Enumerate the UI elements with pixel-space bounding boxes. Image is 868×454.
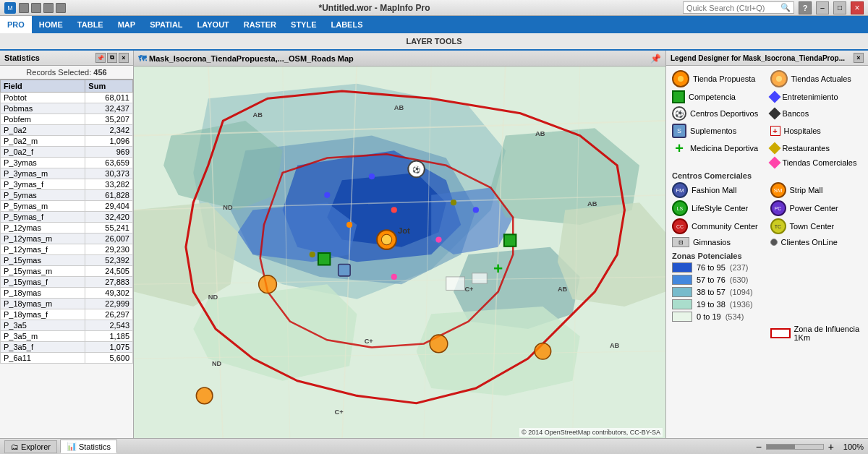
svg-text:AB: AB bbox=[610, 342, 620, 349]
menu-item-spatial[interactable]: SPATIAL bbox=[142, 16, 190, 33]
stats-pin-btn[interactable]: 📌 bbox=[95, 53, 106, 63]
legend-restaurantes: Restaurantes bbox=[770, 141, 863, 155]
field-cell: P_3ymas bbox=[1, 158, 85, 168]
zoom-level: 100% bbox=[838, 442, 864, 451]
field-cell: P_5ymas bbox=[1, 190, 85, 201]
col-field: Field bbox=[1, 80, 85, 93]
zona-swatch bbox=[672, 275, 692, 285]
stats-header: Statistics 📌 ⧉ × bbox=[0, 51, 133, 66]
zona-range: 38 to 57 bbox=[697, 288, 726, 296]
community-label: Community Center bbox=[692, 222, 758, 231]
svg-point-51 bbox=[451, 200, 456, 205]
svg-text:AB: AB bbox=[394, 104, 404, 111]
zona-count: (630) bbox=[730, 275, 749, 284]
field-cell: Pobtot bbox=[1, 93, 85, 103]
menu-item-style[interactable]: STYLE bbox=[284, 16, 323, 33]
zona-range: 76 to 95 bbox=[697, 263, 726, 272]
stats-close-btn[interactable]: × bbox=[119, 53, 129, 63]
menu-item-map[interactable]: MAP bbox=[111, 16, 142, 33]
menu-item-raster[interactable]: RASTER bbox=[237, 16, 284, 33]
power-center-label: Power Center bbox=[790, 204, 838, 213]
legend-zona-item: 57 to 76 (630) bbox=[672, 275, 862, 285]
menu-item-table[interactable]: TABLE bbox=[70, 16, 111, 33]
legend-title: Legend Designer for Mask_Isocrona_Tienda… bbox=[671, 54, 845, 62]
help-button[interactable]: ? bbox=[799, 1, 812, 14]
app-icon: M bbox=[4, 2, 16, 14]
explorer-tab[interactable]: 🗂 Explorer bbox=[4, 440, 57, 453]
tiendas-actuales-icon bbox=[770, 70, 788, 87]
legend-zona-influencia-row: Zona de Influencia 1Km bbox=[672, 325, 862, 342]
legend-close-btn[interactable]: × bbox=[854, 53, 864, 63]
menu-item-home[interactable]: HOME bbox=[32, 16, 70, 33]
table-row: Pobfem35,207 bbox=[1, 114, 133, 125]
tienda-propuesta-label: Tienda Propuesta bbox=[693, 74, 755, 83]
restaurantes-icon bbox=[768, 142, 780, 155]
zona-count: (534) bbox=[726, 312, 744, 321]
zoom-minus-btn[interactable]: − bbox=[756, 441, 762, 453]
statusbar-right: − + 100% bbox=[756, 441, 864, 453]
svg-marker-12 bbox=[558, 202, 665, 307]
svg-rect-59 bbox=[446, 277, 465, 291]
table-row: P_18ymas49,302 bbox=[1, 288, 133, 299]
competencia-icon bbox=[672, 90, 685, 103]
menu-item-labels[interactable]: LABELS bbox=[324, 16, 370, 33]
map-pin-icon[interactable]: 📌 bbox=[650, 53, 661, 64]
legend-zona-influencia: Zona de Influencia 1Km bbox=[770, 325, 863, 342]
zoom-plus-btn[interactable]: + bbox=[828, 441, 834, 453]
svg-point-52 bbox=[391, 207, 397, 213]
search-box[interactable]: 🔍 bbox=[683, 1, 794, 14]
legend-tiendas-comerciales: Tiendas Comerciales bbox=[770, 158, 863, 167]
tienda-propuesta-icon bbox=[672, 70, 689, 87]
search-icon: 🔍 bbox=[780, 3, 791, 12]
tiendas-com-label: Tiendas Comerciales bbox=[783, 158, 857, 167]
legend-zonas-list: 76 to 95 (237) 57 to 76 (630) 38 to 57 (… bbox=[672, 262, 862, 322]
sum-cell: 27,883 bbox=[85, 277, 133, 288]
lifestyle-icon: LS bbox=[672, 200, 688, 216]
legend-section-med: + Medicina Deportiva Restaurantes bbox=[672, 141, 862, 155]
stats-table[interactable]: Field Sum Pobtot68,011Pobmas32,437Pobfem… bbox=[0, 80, 133, 438]
field-cell: P_3ymas_f bbox=[1, 179, 85, 190]
map-canvas[interactable]: AB AB AB AB AB AB ND ND ND C+ C+ C+ bbox=[134, 67, 665, 438]
sum-cell: 1,096 bbox=[85, 136, 133, 147]
ribbon-label: LAYER TOOLS bbox=[4, 37, 864, 46]
search-input[interactable] bbox=[686, 4, 780, 12]
legend-header: Legend Designer for Mask_Isocrona_Tienda… bbox=[666, 51, 868, 66]
records-selected: Records Selected: 456 bbox=[0, 66, 133, 80]
window-title: *Untitled.wor - MapInfo Pro bbox=[319, 3, 430, 13]
town-center-label: Town Center bbox=[790, 222, 835, 231]
field-cell: P_18ymas bbox=[1, 288, 85, 299]
maximize-button[interactable]: □ bbox=[833, 1, 846, 14]
svg-text:C+: C+ bbox=[464, 286, 474, 293]
legend-panel: Legend Designer for Mask_Isocrona_Tienda… bbox=[665, 51, 868, 438]
hospitales-icon: + bbox=[770, 126, 780, 136]
svg-point-57 bbox=[391, 274, 397, 280]
sum-cell: 29,404 bbox=[85, 201, 133, 212]
menu-item-pro[interactable]: PRO bbox=[0, 16, 32, 33]
title-icons bbox=[19, 3, 66, 13]
table-row: P_18ymas_f26,297 bbox=[1, 309, 133, 320]
titlebar: M *Untitled.wor - MapInfo Pro 🔍 ? − □ × bbox=[0, 0, 868, 16]
main-content: Statistics 📌 ⧉ × Records Selected: 456 F… bbox=[0, 51, 868, 438]
col-sum: Sum bbox=[85, 80, 133, 93]
legend-section-dep: ⚽ Centros Deportivos Bancos bbox=[672, 106, 862, 121]
tiendas-actuales-label: Tiendas Actuales bbox=[791, 74, 851, 83]
stats-float-btn[interactable]: ⧉ bbox=[107, 53, 117, 63]
sum-cell: 969 bbox=[85, 147, 133, 158]
svg-rect-39 bbox=[318, 253, 330, 265]
sum-cell: 26,297 bbox=[85, 309, 133, 320]
map-icon: 🗺 bbox=[138, 54, 146, 63]
sum-cell: 1,185 bbox=[85, 331, 133, 342]
zona-count: (1094) bbox=[730, 288, 753, 296]
minimize-button[interactable]: − bbox=[816, 1, 829, 14]
zona-influencia-label: Zona de Influencia 1Km bbox=[794, 325, 863, 342]
table-row: P_15ymas_f27,883 bbox=[1, 277, 133, 288]
menu-item-layout[interactable]: LAYOUT bbox=[190, 16, 237, 33]
statistics-tab[interactable]: 📊 Statistics bbox=[60, 440, 117, 453]
table-row: P_12ymas_m26,007 bbox=[1, 234, 133, 244]
table-row: P_15ymas_m24,505 bbox=[1, 266, 133, 277]
zoom-slider[interactable] bbox=[766, 444, 824, 450]
legend-tiendas-actuales: Tiendas Actuales bbox=[770, 70, 863, 87]
zona-swatch bbox=[672, 287, 692, 297]
svg-text:Jot: Jot bbox=[398, 226, 410, 235]
close-button[interactable]: × bbox=[851, 1, 864, 14]
